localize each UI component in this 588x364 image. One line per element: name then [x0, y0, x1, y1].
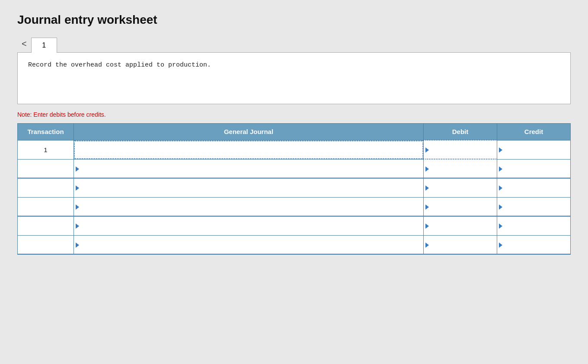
- debit-input-6[interactable]: [431, 236, 495, 254]
- cell-journal-6[interactable]: [74, 235, 424, 254]
- credit-input-4[interactable]: [504, 198, 569, 216]
- arrow-icon: [76, 204, 79, 210]
- credit-input-5[interactable]: [504, 217, 569, 235]
- credit-input-1[interactable]: [504, 140, 569, 159]
- cell-transaction-2: [18, 159, 74, 178]
- arrow-icon: [425, 185, 429, 191]
- arrow-icon: [499, 166, 502, 172]
- cell-journal-3[interactable]: [74, 178, 424, 197]
- cell-debit-1[interactable]: [424, 140, 497, 159]
- cell-debit-2[interactable]: [424, 159, 497, 178]
- credit-input-6[interactable]: [504, 236, 569, 254]
- arrow-icon: [425, 204, 429, 210]
- arrow-icon: [425, 147, 429, 153]
- table-row: [18, 216, 571, 235]
- credit-input-3[interactable]: [504, 179, 569, 197]
- cell-journal-5[interactable]: [74, 216, 424, 235]
- cell-debit-4[interactable]: [424, 197, 497, 216]
- cell-credit-3[interactable]: [497, 178, 571, 197]
- journal-input-2[interactable]: [81, 160, 422, 178]
- arrow-icon: [499, 147, 502, 153]
- arrow-icon: [425, 166, 429, 172]
- journal-input-6[interactable]: [81, 236, 422, 254]
- debit-input-5[interactable]: [431, 217, 495, 235]
- tab-nav-prev[interactable]: <: [17, 35, 31, 52]
- table-row: [18, 178, 571, 197]
- arrow-icon: [425, 224, 429, 229]
- header-credit: Credit: [497, 124, 571, 140]
- arrow-icon: [425, 243, 429, 248]
- table-header-row: Transaction General Journal Debit Credit: [18, 124, 571, 140]
- credit-input-2[interactable]: [504, 160, 569, 178]
- cell-debit-3[interactable]: [424, 178, 497, 197]
- journal-input-4[interactable]: [81, 198, 422, 216]
- header-debit: Debit: [424, 124, 497, 140]
- header-transaction: Transaction: [18, 124, 74, 140]
- arrow-icon: [76, 185, 79, 191]
- arrow-icon: [76, 224, 79, 229]
- cell-credit-2[interactable]: [497, 159, 571, 178]
- arrow-icon: [76, 243, 79, 248]
- debit-input-2[interactable]: [431, 160, 495, 178]
- note-text: Note: Enter debits before credits.: [17, 111, 571, 118]
- debit-input-1[interactable]: [431, 140, 495, 159]
- cell-transaction-4: [18, 197, 74, 216]
- cell-credit-1[interactable]: [497, 140, 571, 159]
- cell-debit-5[interactable]: [424, 216, 497, 235]
- journal-table: Transaction General Journal Debit Credit…: [17, 123, 571, 255]
- journal-input-5[interactable]: [81, 217, 422, 235]
- arrow-icon: [76, 166, 79, 172]
- cell-credit-5[interactable]: [497, 216, 571, 235]
- journal-input-1[interactable]: [74, 140, 423, 159]
- page-title: Journal entry worksheet: [17, 13, 571, 27]
- tab-bar: < 1: [17, 35, 571, 52]
- cell-journal-2[interactable]: [74, 159, 424, 178]
- debit-input-3[interactable]: [431, 179, 495, 197]
- cell-debit-6[interactable]: [424, 235, 497, 254]
- arrow-icon: [499, 243, 502, 248]
- cell-transaction-1: 1: [18, 140, 74, 159]
- arrow-icon: [499, 185, 502, 191]
- table-row: [18, 159, 571, 178]
- table-row: [18, 197, 571, 216]
- cell-journal-4[interactable]: [74, 197, 424, 216]
- debit-input-4[interactable]: [431, 198, 495, 216]
- header-general-journal: General Journal: [74, 124, 424, 140]
- cell-transaction-3: [18, 178, 74, 197]
- arrow-icon: [499, 224, 502, 229]
- cell-transaction-6: [18, 235, 74, 254]
- arrow-icon: [499, 204, 502, 210]
- cell-journal-1[interactable]: [74, 140, 424, 159]
- instruction-box: Record the overhead cost applied to prod…: [17, 52, 571, 104]
- tab-1[interactable]: 1: [31, 38, 57, 53]
- table-row: 1: [18, 140, 571, 159]
- cell-credit-4[interactable]: [497, 197, 571, 216]
- cell-credit-6[interactable]: [497, 235, 571, 254]
- table-row: [18, 235, 571, 254]
- cell-transaction-5: [18, 216, 74, 235]
- journal-input-3[interactable]: [81, 179, 422, 197]
- instruction-text: Record the overhead cost applied to prod…: [28, 61, 211, 69]
